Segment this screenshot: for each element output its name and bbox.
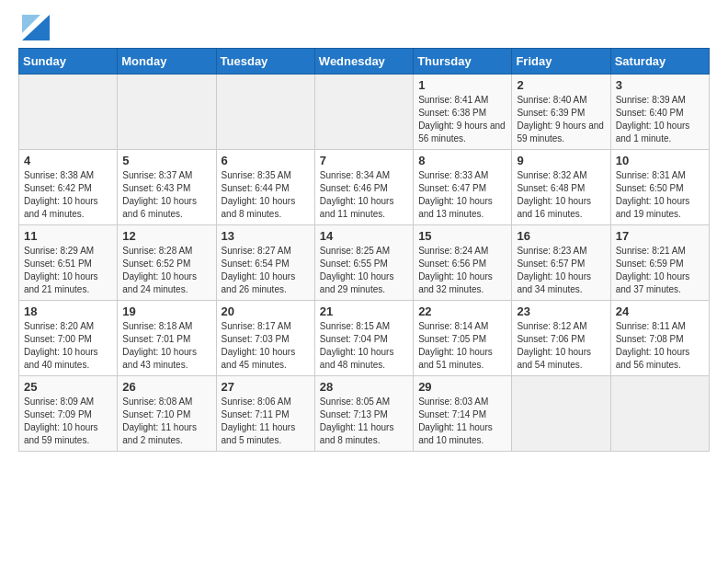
day-number: 23 — [517, 304, 605, 318]
day-number: 9 — [517, 154, 605, 167]
day-info: Sunrise: 8:34 AM Sunset: 6:46 PM Dayligh… — [320, 169, 408, 221]
day-number: 13 — [222, 229, 310, 243]
day-number: 27 — [222, 380, 310, 394]
day-info: Sunrise: 8:25 AM Sunset: 6:55 PM Dayligh… — [320, 245, 408, 296]
day-number: 24 — [616, 304, 704, 318]
logo-icon — [22, 15, 50, 40]
day-info: Sunrise: 8:05 AM Sunset: 7:13 PM Dayligh… — [320, 396, 408, 447]
table-row: 20Sunrise: 8:17 AM Sunset: 7:03 PM Dayli… — [216, 301, 314, 376]
day-info: Sunrise: 8:35 AM Sunset: 6:44 PM Dayligh… — [222, 169, 310, 221]
table-row: 16Sunrise: 8:23 AM Sunset: 6:57 PM Dayli… — [512, 225, 610, 301]
day-info: Sunrise: 8:40 AM Sunset: 6:39 PM Dayligh… — [517, 94, 605, 145]
table-row: 19Sunrise: 8:18 AM Sunset: 7:01 PM Dayli… — [118, 301, 216, 376]
weekday-saturday: Saturday — [610, 49, 709, 75]
table-row — [118, 75, 216, 150]
day-number: 21 — [320, 304, 408, 318]
day-number: 1 — [418, 78, 506, 92]
day-number: 15 — [418, 229, 506, 243]
table-row: 25Sunrise: 8:09 AM Sunset: 7:09 PM Dayli… — [19, 376, 118, 452]
table-row: 3Sunrise: 8:39 AM Sunset: 6:40 PM Daylig… — [610, 75, 709, 150]
calendar-thead: SundayMondayTuesdayWednesdayThursdayFrid… — [19, 49, 710, 75]
day-info: Sunrise: 8:38 AM Sunset: 6:42 PM Dayligh… — [24, 169, 112, 221]
day-number: 14 — [320, 229, 408, 243]
day-info: Sunrise: 8:14 AM Sunset: 7:05 PM Dayligh… — [418, 320, 506, 372]
day-info: Sunrise: 8:37 AM Sunset: 6:43 PM Dayligh… — [122, 169, 210, 221]
table-row: 17Sunrise: 8:21 AM Sunset: 6:59 PM Dayli… — [610, 225, 709, 301]
day-info: Sunrise: 8:33 AM Sunset: 6:47 PM Dayligh… — [418, 169, 506, 221]
week-row-3: 11Sunrise: 8:29 AM Sunset: 6:51 PM Dayli… — [19, 225, 710, 301]
week-row-4: 18Sunrise: 8:20 AM Sunset: 7:00 PM Dayli… — [19, 301, 710, 376]
day-number: 20 — [222, 304, 310, 318]
day-info: Sunrise: 8:11 AM Sunset: 7:08 PM Dayligh… — [616, 320, 704, 372]
table-row: 15Sunrise: 8:24 AM Sunset: 6:56 PM Dayli… — [414, 225, 512, 301]
day-number: 18 — [24, 304, 112, 318]
day-info: Sunrise: 8:31 AM Sunset: 6:50 PM Dayligh… — [616, 169, 704, 221]
day-info: Sunrise: 8:32 AM Sunset: 6:48 PM Dayligh… — [517, 169, 605, 221]
day-number: 2 — [517, 78, 605, 92]
table-row: 23Sunrise: 8:12 AM Sunset: 7:06 PM Dayli… — [512, 301, 610, 376]
week-row-1: 1Sunrise: 8:41 AM Sunset: 6:38 PM Daylig… — [19, 75, 710, 150]
weekday-wednesday: Wednesday — [314, 49, 413, 75]
day-info: Sunrise: 8:21 AM Sunset: 6:59 PM Dayligh… — [616, 245, 704, 296]
table-row — [610, 376, 709, 452]
table-row: 18Sunrise: 8:20 AM Sunset: 7:00 PM Dayli… — [19, 301, 118, 376]
table-row: 10Sunrise: 8:31 AM Sunset: 6:50 PM Dayli… — [610, 150, 709, 225]
day-number: 11 — [24, 229, 112, 243]
table-row — [216, 75, 314, 150]
day-number: 7 — [320, 154, 408, 167]
day-number: 6 — [222, 154, 310, 167]
table-row: 22Sunrise: 8:14 AM Sunset: 7:05 PM Dayli… — [414, 301, 512, 376]
day-number: 5 — [122, 154, 210, 167]
day-number: 17 — [616, 229, 704, 243]
week-row-5: 25Sunrise: 8:09 AM Sunset: 7:09 PM Dayli… — [19, 376, 710, 452]
weekday-tuesday: Tuesday — [216, 49, 314, 75]
weekday-header-row: SundayMondayTuesdayWednesdayThursdayFrid… — [19, 49, 710, 75]
table-row: 27Sunrise: 8:06 AM Sunset: 7:11 PM Dayli… — [216, 376, 314, 452]
day-info: Sunrise: 8:06 AM Sunset: 7:11 PM Dayligh… — [222, 396, 310, 447]
weekday-sunday: Sunday — [19, 49, 118, 75]
table-row: 28Sunrise: 8:05 AM Sunset: 7:13 PM Dayli… — [314, 376, 413, 452]
table-row: 6Sunrise: 8:35 AM Sunset: 6:44 PM Daylig… — [216, 150, 314, 225]
day-info: Sunrise: 8:41 AM Sunset: 6:38 PM Dayligh… — [418, 94, 506, 145]
day-number: 28 — [320, 380, 408, 394]
day-info: Sunrise: 8:17 AM Sunset: 7:03 PM Dayligh… — [222, 320, 310, 372]
table-row — [19, 75, 118, 150]
day-info: Sunrise: 8:28 AM Sunset: 6:52 PM Dayligh… — [122, 245, 210, 296]
day-number: 29 — [418, 380, 506, 394]
table-row: 12Sunrise: 8:28 AM Sunset: 6:52 PM Dayli… — [118, 225, 216, 301]
day-number: 8 — [418, 154, 506, 167]
day-info: Sunrise: 8:12 AM Sunset: 7:06 PM Dayligh… — [517, 320, 605, 372]
day-number: 22 — [418, 304, 506, 318]
table-row: 9Sunrise: 8:32 AM Sunset: 6:48 PM Daylig… — [512, 150, 610, 225]
table-row: 26Sunrise: 8:08 AM Sunset: 7:10 PM Dayli… — [118, 376, 216, 452]
day-number: 26 — [122, 380, 210, 394]
table-row — [314, 75, 413, 150]
calendar-page: SundayMondayTuesdayWednesdayThursdayFrid… — [0, 0, 728, 470]
calendar-header — [18, 15, 710, 40]
weekday-friday: Friday — [512, 49, 610, 75]
table-row: 11Sunrise: 8:29 AM Sunset: 6:51 PM Dayli… — [19, 225, 118, 301]
table-row: 13Sunrise: 8:27 AM Sunset: 6:54 PM Dayli… — [216, 225, 314, 301]
day-info: Sunrise: 8:15 AM Sunset: 7:04 PM Dayligh… — [320, 320, 408, 372]
day-number: 3 — [616, 78, 704, 92]
table-row: 5Sunrise: 8:37 AM Sunset: 6:43 PM Daylig… — [118, 150, 216, 225]
table-row: 21Sunrise: 8:15 AM Sunset: 7:04 PM Dayli… — [314, 301, 413, 376]
table-row: 2Sunrise: 8:40 AM Sunset: 6:39 PM Daylig… — [512, 75, 610, 150]
day-number: 25 — [24, 380, 112, 394]
day-info: Sunrise: 8:23 AM Sunset: 6:57 PM Dayligh… — [517, 245, 605, 296]
day-info: Sunrise: 8:39 AM Sunset: 6:40 PM Dayligh… — [616, 94, 704, 145]
day-number: 19 — [122, 304, 210, 318]
table-row: 7Sunrise: 8:34 AM Sunset: 6:46 PM Daylig… — [314, 150, 413, 225]
table-row: 29Sunrise: 8:03 AM Sunset: 7:14 PM Dayli… — [414, 376, 512, 452]
day-info: Sunrise: 8:29 AM Sunset: 6:51 PM Dayligh… — [24, 245, 112, 296]
week-row-2: 4Sunrise: 8:38 AM Sunset: 6:42 PM Daylig… — [19, 150, 710, 225]
day-number: 16 — [517, 229, 605, 243]
table-row: 4Sunrise: 8:38 AM Sunset: 6:42 PM Daylig… — [19, 150, 118, 225]
day-info: Sunrise: 8:08 AM Sunset: 7:10 PM Dayligh… — [122, 396, 210, 447]
weekday-thursday: Thursday — [414, 49, 512, 75]
day-number: 12 — [122, 229, 210, 243]
table-row: 1Sunrise: 8:41 AM Sunset: 6:38 PM Daylig… — [414, 75, 512, 150]
day-info: Sunrise: 8:09 AM Sunset: 7:09 PM Dayligh… — [24, 396, 112, 447]
day-number: 4 — [24, 154, 112, 167]
day-info: Sunrise: 8:18 AM Sunset: 7:01 PM Dayligh… — [122, 320, 210, 372]
